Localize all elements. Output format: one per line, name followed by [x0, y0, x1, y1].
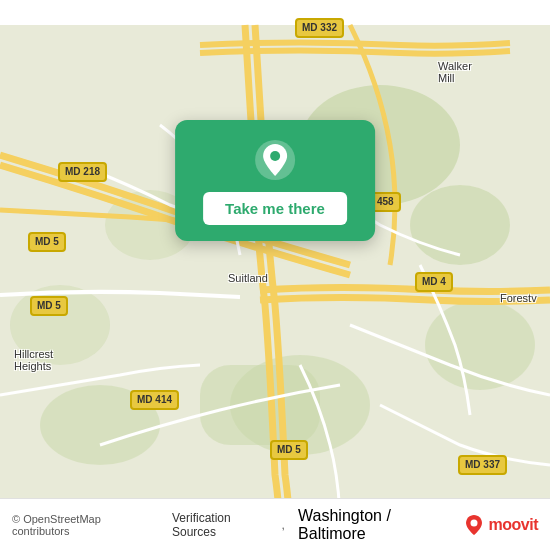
map-container: MD 332 MD 218 D 458 MD 5 MD 5 MD 4 MD 41… [0, 0, 550, 550]
moovit-logo: moovit [463, 514, 538, 536]
location-city: Washington / Baltimore [298, 507, 452, 543]
copyright-text: © OpenStreetMap contributors [12, 513, 152, 537]
badge-md5-mid: MD 5 [30, 296, 68, 316]
moovit-pin-icon [463, 514, 485, 536]
bottom-bar: © OpenStreetMap contributors Verificatio… [0, 498, 550, 550]
location-info: , [281, 518, 288, 532]
moovit-brand-text: moovit [489, 516, 538, 534]
label-forestville: Forestv [500, 292, 537, 304]
badge-md5-top: MD 5 [28, 232, 66, 252]
map-pin-icon [253, 138, 297, 182]
label-suitland: Suitland [228, 272, 268, 284]
verification-sources-label[interactable]: Verification Sources [172, 511, 271, 539]
badge-md337: MD 337 [458, 455, 507, 475]
label-hillcrest-heights: HillcrestHeights [14, 348, 53, 372]
badge-md218: MD 218 [58, 162, 107, 182]
badge-md332: MD 332 [295, 18, 344, 38]
badge-md4: MD 4 [415, 272, 453, 292]
take-me-there-button[interactable]: Take me there [203, 192, 347, 225]
badge-md5-bot: MD 5 [270, 440, 308, 460]
location-card: Take me there [175, 120, 375, 241]
badge-md414: MD 414 [130, 390, 179, 410]
svg-rect-8 [200, 365, 320, 445]
svg-point-2 [410, 185, 510, 265]
svg-point-11 [470, 519, 477, 526]
svg-point-10 [270, 151, 280, 161]
label-walker-mill: WalkerMill [438, 60, 472, 84]
